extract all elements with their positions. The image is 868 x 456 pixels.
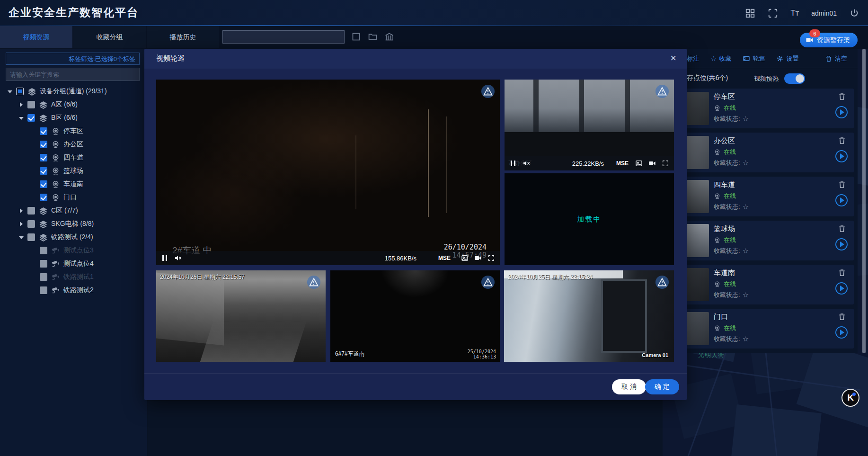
checkbox-checked[interactable] — [27, 114, 35, 122]
ai-alert-icon[interactable] — [655, 84, 669, 98]
tab-video-resources[interactable]: 视频资源 — [0, 26, 72, 48]
stop-square-icon[interactable] — [351, 32, 361, 42]
tree-node-zone-a[interactable]: A区 (6/6) — [0, 98, 147, 111]
checkbox-checked[interactable] — [40, 141, 47, 148]
delete-camera-button[interactable] — [838, 224, 846, 233]
tree-node-railway-test[interactable]: 铁路测试 (2/4) — [0, 231, 147, 244]
building-icon[interactable] — [384, 32, 394, 42]
list-item[interactable]: 车道南 在线 收藏状态: ☆ — [666, 265, 854, 304]
chevron-right-icon[interactable] — [18, 101, 25, 108]
checkbox-checked[interactable] — [40, 154, 47, 161]
list-item[interactable]: 篮球场 在线 收藏状态: ☆ — [666, 221, 854, 260]
list-item[interactable]: 办公区 在线 收藏状态: ☆ — [666, 133, 854, 172]
font-size-toggle[interactable]: Tт — [790, 9, 799, 18]
tag-filter[interactable]: 标签筛选:已选择0个标签 — [6, 53, 140, 65]
play-camera-button[interactable] — [835, 194, 848, 206]
checkbox-checked[interactable] — [40, 127, 47, 135]
settings-tool[interactable]: 设置 — [776, 54, 798, 63]
video-tile-bottom-2[interactable]: 6#7#车道南 25/10/2024 14:36:13 — [330, 270, 500, 362]
patrol-tool[interactable]: 轮巡 — [743, 54, 765, 63]
video-tile-bottom-3[interactable]: 2024年10月25日 星期六 22:15:24 Camera 01 — [504, 270, 674, 362]
tree-node-zone-b[interactable]: B区 (6/6) — [0, 111, 147, 125]
chevron-right-icon[interactable] — [18, 207, 25, 214]
checkbox-unchecked[interactable] — [27, 207, 35, 215]
tree-search-input[interactable] — [6, 68, 140, 81]
delete-camera-button[interactable] — [838, 180, 846, 189]
tree-node-camera-offline[interactable]: 测试点位3 — [0, 244, 147, 257]
toolbar-input[interactable] — [222, 30, 345, 44]
mute-icon[interactable] — [523, 160, 530, 167]
cancel-button[interactable]: 取消 — [612, 379, 646, 394]
tree-node-camera[interactable]: 铁路测试2 — [0, 284, 147, 297]
checkbox-checked[interactable] — [40, 194, 47, 201]
chevron-down-icon[interactable] — [7, 88, 13, 95]
checkbox-unchecked[interactable] — [27, 220, 35, 228]
tree-node-zone-c[interactable]: C区 (7/7) — [0, 204, 147, 217]
play-camera-button[interactable] — [835, 326, 848, 339]
favorite-tool[interactable]: ☆ 收藏 — [710, 54, 731, 63]
checkbox-checked[interactable] — [40, 180, 47, 188]
brand-logo[interactable]: K — [841, 389, 859, 407]
play-camera-button[interactable] — [835, 150, 848, 162]
tab-favorite-groups[interactable]: 收藏分组 — [73, 26, 146, 48]
play-camera-button[interactable] — [835, 238, 848, 250]
tab-play-history[interactable]: 播放历史 — [147, 26, 219, 48]
tree-node-camera[interactable]: 篮球场 — [0, 164, 147, 178]
tree-node-camera[interactable]: 测试点位4 — [0, 257, 147, 270]
checkbox-unchecked[interactable] — [27, 101, 35, 108]
tree-node-camera[interactable]: 办公区 — [0, 138, 147, 151]
chevron-right-icon[interactable] — [18, 221, 25, 227]
checkbox-checked[interactable] — [40, 167, 47, 175]
delete-camera-button[interactable] — [838, 136, 846, 145]
star-icon[interactable]: ☆ — [743, 335, 749, 343]
resource-stash-button[interactable]: 资源暂存架 6 — [800, 33, 858, 47]
tree-node-camera-offline[interactable]: 铁路测试1 — [0, 270, 147, 284]
list-item[interactable]: 停车区 在线 收藏状态: ☆ — [666, 89, 854, 128]
list-item[interactable]: 四车道 在线 收藏状态: ☆ — [666, 177, 854, 216]
checkbox-unchecked[interactable] — [40, 286, 47, 294]
tree-node-root[interactable]: 设备分组(通道) (29/31) — [0, 85, 147, 98]
delete-camera-button[interactable] — [838, 92, 846, 101]
play-camera-button[interactable] — [835, 106, 848, 118]
scrollbar[interactable] — [862, 49, 866, 353]
close-icon[interactable]: × — [670, 53, 676, 64]
chevron-down-icon[interactable] — [18, 234, 25, 241]
fullscreen-icon[interactable] — [768, 8, 778, 18]
ai-alert-icon[interactable] — [655, 275, 669, 289]
video-tile-main[interactable]: 2#车道 中 26/10/2024 14:57:49 155.86KB/s MS… — [156, 80, 500, 265]
star-icon[interactable]: ☆ — [743, 247, 749, 255]
folder-icon[interactable] — [368, 32, 378, 42]
video-tile-bottom-1[interactable]: 2024年10月26日 星期六 22:15:57 — [156, 270, 326, 362]
record-icon[interactable] — [474, 254, 482, 262]
ai-alert-icon[interactable] — [307, 275, 321, 289]
checkbox-unchecked[interactable] — [27, 233, 35, 241]
fullscreen-icon[interactable] — [662, 160, 669, 167]
pause-icon[interactable] — [161, 254, 168, 262]
confirm-button[interactable]: 确定 — [645, 379, 679, 394]
mute-icon[interactable] — [174, 254, 182, 262]
star-icon[interactable]: ☆ — [743, 203, 749, 211]
checkbox-unchecked[interactable] — [40, 260, 47, 268]
delete-camera-button[interactable] — [838, 268, 846, 277]
list-item[interactable]: 门口 在线 收藏状态: ☆ — [666, 309, 854, 349]
snapshot-icon[interactable] — [635, 160, 643, 167]
ai-alert-icon[interactable] — [481, 275, 495, 289]
tree-node-camera[interactable]: 门口 — [0, 191, 147, 204]
power-icon[interactable] — [849, 8, 859, 18]
tree-node-camera[interactable]: 停车区 — [0, 125, 147, 138]
snapshot-icon[interactable] — [461, 254, 469, 262]
video-tile-loading[interactable]: 加载中 — [505, 173, 674, 265]
fullscreen-icon[interactable] — [487, 254, 495, 262]
tree-node-camera[interactable]: 车道南 — [0, 178, 147, 191]
play-camera-button[interactable] — [835, 282, 848, 295]
checkbox-unchecked[interactable] — [40, 273, 47, 281]
pause-icon[interactable] — [509, 160, 517, 167]
star-icon[interactable]: ☆ — [743, 291, 749, 299]
record-icon[interactable] — [648, 160, 656, 167]
video-tile-secondary[interactable]: 7#办公区 225.22KB/s MSE — [505, 80, 674, 170]
checkbox-indeterminate[interactable] — [16, 88, 24, 95]
star-icon[interactable]: ☆ — [743, 159, 749, 167]
star-icon[interactable]: ☆ — [743, 115, 749, 123]
clear-all-tool[interactable]: 清空 — [825, 54, 847, 63]
delete-camera-button[interactable] — [838, 313, 846, 321]
